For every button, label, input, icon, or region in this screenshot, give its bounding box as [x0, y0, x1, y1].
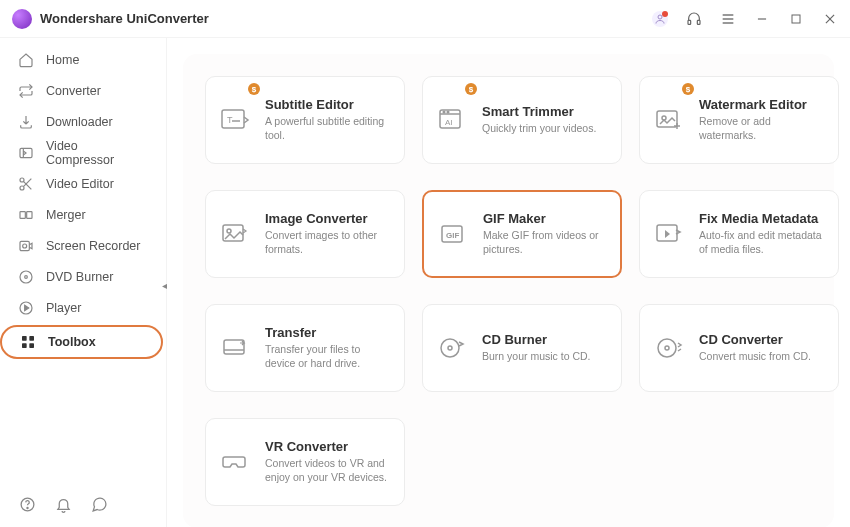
- svg-rect-22: [22, 336, 27, 341]
- svg-point-33: [443, 111, 445, 113]
- premium-badge: $: [465, 83, 477, 95]
- grid-icon: [20, 334, 36, 350]
- tool-watermark-editor[interactable]: Watermark Editor Remove or add watermark…: [639, 76, 839, 164]
- transfer-icon: [218, 333, 251, 363]
- svg-text:GIF: GIF: [446, 231, 459, 240]
- svg-text:T: T: [227, 115, 233, 125]
- image-icon: [218, 219, 251, 249]
- hamburger-icon[interactable]: [720, 11, 736, 27]
- svg-rect-7: [792, 15, 800, 23]
- svg-point-12: [20, 186, 24, 190]
- play-icon: [18, 300, 34, 316]
- tool-title: GIF Maker: [483, 211, 608, 226]
- tool-cd-converter[interactable]: CD Converter Convert music from CD.: [639, 304, 839, 392]
- close-button[interactable]: [822, 11, 838, 27]
- maximize-button[interactable]: [788, 11, 804, 27]
- tool-transfer[interactable]: Transfer Transfer your files to device o…: [205, 304, 405, 392]
- home-icon: [18, 52, 34, 68]
- svg-rect-28: [222, 110, 244, 128]
- svg-point-34: [447, 111, 449, 113]
- content-area: T Subtitle Editor A powerful subtitle ed…: [167, 38, 850, 527]
- sidebar-item-downloader[interactable]: Downloader: [0, 106, 166, 137]
- record-icon: [18, 238, 34, 254]
- tool-title: Subtitle Editor: [265, 97, 392, 112]
- converter-icon: [18, 83, 34, 99]
- sidebar-item-label: Home: [46, 53, 79, 67]
- sidebar-item-home[interactable]: Home: [0, 44, 166, 75]
- svg-point-11: [20, 178, 24, 182]
- tool-title: Image Converter: [265, 211, 392, 226]
- tool-fix-metadata[interactable]: Fix Media Metadata Auto-fix and edit met…: [639, 190, 839, 278]
- svg-rect-24: [22, 343, 27, 348]
- merge-icon: [18, 207, 34, 223]
- tool-title: CD Converter: [699, 332, 826, 347]
- svg-rect-15: [20, 211, 25, 218]
- tool-desc: Burn your music to CD.: [482, 350, 609, 364]
- vr-icon: [218, 447, 251, 477]
- app-logo: [12, 9, 32, 29]
- tool-title: VR Converter: [265, 439, 392, 454]
- svg-point-27: [26, 507, 27, 508]
- bell-icon[interactable]: [54, 495, 72, 513]
- sidebar-item-label: Toolbox: [48, 335, 96, 349]
- svg-rect-17: [20, 241, 29, 250]
- title-actions: [652, 11, 838, 27]
- tool-image-converter[interactable]: Image Converter Convert images to other …: [205, 190, 405, 278]
- tool-desc: Quickly trim your videos.: [482, 122, 609, 136]
- sidebar-item-label: Video Editor: [46, 177, 114, 191]
- watermark-icon: [652, 105, 685, 135]
- svg-rect-45: [224, 340, 244, 354]
- svg-point-50: [665, 346, 669, 350]
- sidebar-item-label: Converter: [46, 84, 101, 98]
- sidebar-item-player[interactable]: Player: [0, 292, 166, 323]
- sidebar-item-label: Video Compressor: [46, 139, 148, 167]
- app-title: Wondershare UniConverter: [40, 11, 652, 26]
- feedback-icon[interactable]: [90, 495, 108, 513]
- sidebar-footer: [0, 495, 166, 513]
- headset-icon[interactable]: [686, 11, 702, 27]
- sidebar-item-toolbox[interactable]: Toolbox: [0, 325, 163, 359]
- tool-gif-maker[interactable]: GIF GIF Maker Make GIF from videos or pi…: [422, 190, 622, 278]
- tool-desc: Auto-fix and edit metadata of media file…: [699, 229, 826, 256]
- premium-badge: $: [248, 83, 260, 95]
- tool-cd-burner[interactable]: CD Burner Burn your music to CD.: [422, 304, 622, 392]
- cd-converter-icon: [652, 333, 685, 363]
- tool-subtitle-editor[interactable]: T Subtitle Editor A powerful subtitle ed…: [205, 76, 405, 164]
- svg-point-19: [20, 271, 32, 283]
- titlebar: Wondershare UniConverter: [0, 0, 850, 38]
- sidebar-item-label: DVD Burner: [46, 270, 113, 284]
- user-icon[interactable]: [652, 11, 668, 27]
- svg-text:AI: AI: [445, 118, 453, 127]
- svg-point-49: [658, 339, 676, 357]
- tool-desc: Convert images to other formats.: [265, 229, 392, 256]
- help-icon[interactable]: [18, 495, 36, 513]
- tool-desc: Make GIF from videos or pictures.: [483, 229, 608, 256]
- premium-badge: $: [682, 83, 694, 95]
- subtitle-icon: T: [218, 105, 251, 135]
- svg-point-47: [441, 339, 459, 357]
- sidebar-item-editor[interactable]: Video Editor: [0, 168, 166, 199]
- sidebar-item-compressor[interactable]: Video Compressor: [0, 137, 166, 168]
- tool-smart-trimmer[interactable]: AI Smart Trimmer Quickly trim your video…: [422, 76, 622, 164]
- svg-point-0: [658, 15, 662, 19]
- sidebar-item-dvd[interactable]: DVD Burner: [0, 261, 166, 292]
- minimize-button[interactable]: [754, 11, 770, 27]
- tool-desc: Convert music from CD.: [699, 350, 826, 364]
- tool-desc: Remove or add watermarks.: [699, 115, 826, 142]
- sidebar-item-converter[interactable]: Converter: [0, 75, 166, 106]
- sidebar-item-label: Screen Recorder: [46, 239, 141, 253]
- download-icon: [18, 114, 34, 130]
- metadata-icon: [652, 219, 685, 249]
- tool-title: CD Burner: [482, 332, 609, 347]
- svg-rect-2: [697, 20, 700, 24]
- sidebar-item-recorder[interactable]: Screen Recorder: [0, 230, 166, 261]
- svg-point-41: [227, 229, 231, 233]
- svg-point-20: [25, 275, 28, 278]
- gif-icon: GIF: [436, 219, 469, 249]
- svg-point-48: [448, 346, 452, 350]
- sidebar-item-merger[interactable]: Merger: [0, 199, 166, 230]
- tool-vr-converter[interactable]: VR Converter Convert videos to VR and en…: [205, 418, 405, 506]
- svg-rect-25: [29, 343, 34, 348]
- compress-icon: [18, 145, 34, 161]
- svg-rect-23: [29, 336, 34, 341]
